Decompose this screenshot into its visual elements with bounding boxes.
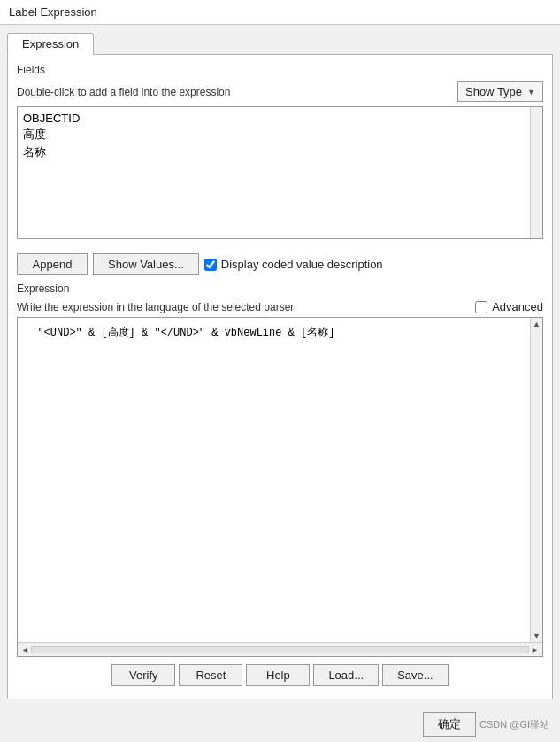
advanced-checkbox-label[interactable]: Advanced xyxy=(475,300,543,313)
display-coded-label: Display coded value description xyxy=(221,258,383,271)
advanced-checkbox[interactable] xyxy=(475,301,487,313)
dialog-title: Label Expression xyxy=(9,5,97,19)
footer-row: 确定 CSDN @GI驿站 xyxy=(0,707,560,742)
scrollbar-x-track[interactable] xyxy=(31,646,529,653)
expression-scrollbar-x[interactable]: ◄ ► xyxy=(18,642,542,656)
scrollbar-down-icon[interactable]: ▼ xyxy=(531,630,542,642)
scrollbar-right-icon[interactable]: ► xyxy=(529,645,541,654)
expression-header: Write the expression in the language of … xyxy=(17,300,543,313)
reset-button[interactable]: Reset xyxy=(179,664,242,686)
watermark: CSDN @GI驿站 xyxy=(479,718,549,731)
verify-button[interactable]: Verify xyxy=(111,664,175,686)
confirm-label: 确定 xyxy=(438,717,461,730)
list-item[interactable]: 高度 xyxy=(23,126,537,143)
expression-section: Expression Write the expression in the l… xyxy=(17,282,543,657)
show-values-button[interactable]: Show Values... xyxy=(93,253,199,275)
advanced-label: Advanced xyxy=(492,300,543,313)
expression-hint: Write the expression in the language of … xyxy=(17,301,296,313)
action-buttons-row: Append Show Values... Display coded valu… xyxy=(17,253,543,275)
save-button[interactable]: Save... xyxy=(382,664,448,686)
fields-list: OBJECTID 高度 名称 xyxy=(18,107,542,165)
list-item[interactable]: OBJECTID xyxy=(23,111,537,126)
expression-section-label: Expression xyxy=(17,282,543,295)
title-bar: Label Expression xyxy=(0,0,560,25)
show-type-arrow-icon: ▼ xyxy=(527,88,535,97)
fields-list-container: OBJECTID 高度 名称 xyxy=(17,106,543,239)
bottom-buttons-row: Verify Reset Help Load... Save... xyxy=(17,657,543,690)
fields-section-label: Fields xyxy=(17,64,543,76)
show-type-button[interactable]: Show Type ▼ xyxy=(457,81,543,102)
expression-textarea[interactable]: "<UND>" & [高度] & "</UND>" & vbNewLine & … xyxy=(18,318,530,642)
load-button[interactable]: Load... xyxy=(313,664,379,686)
display-coded-checkbox[interactable] xyxy=(204,259,217,271)
append-button[interactable]: Append xyxy=(17,253,88,275)
expression-scrollbar-right[interactable]: ▲ ▼ xyxy=(530,318,542,642)
fields-hint: Double-click to add a field into the exp… xyxy=(17,86,230,98)
tab-expression[interactable]: Expression xyxy=(7,33,94,55)
display-coded-checkbox-label[interactable]: Display coded value description xyxy=(204,258,383,271)
show-type-label: Show Type xyxy=(465,85,522,98)
scrollbar-right[interactable] xyxy=(530,107,542,238)
scrollbar-left-icon[interactable]: ◄ xyxy=(19,645,31,654)
confirm-button[interactable]: 确定 xyxy=(423,712,476,737)
help-button[interactable]: Help xyxy=(246,664,310,686)
scrollbar-up-icon[interactable]: ▲ xyxy=(531,318,542,330)
tab-expression-label: Expression xyxy=(22,37,79,50)
expression-textarea-container: "<UND>" & [高度] & "</UND>" & vbNewLine & … xyxy=(17,317,543,657)
list-item[interactable]: 名称 xyxy=(23,143,537,161)
